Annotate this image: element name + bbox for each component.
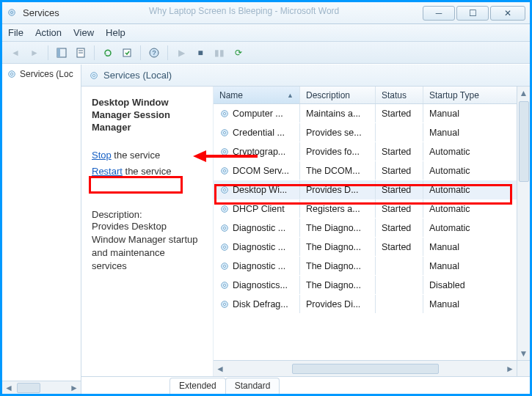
menu-help[interactable]: Help [106,27,125,38]
description-text: Provides Desktop Window Manager startup … [92,220,203,274]
gear-icon [7,69,17,79]
maximize-button[interactable]: ☐ [456,6,489,21]
title-bar: Services Why Laptop Screen Is Bleeping -… [2,2,530,24]
scroll-thumb[interactable] [292,364,439,374]
svg-point-33 [223,284,225,286]
tree-root-label: Services (Loc [20,69,73,79]
tab-standard[interactable]: Standard [225,378,280,394]
cell-status [376,123,423,142]
list-vertical-scrollbar[interactable]: ▲ ▼ [517,87,530,360]
sort-asc-icon: ▲ [287,92,294,99]
show-hide-tree-button[interactable] [53,44,70,62]
cell-description: Provides Di... [300,295,376,313]
gear-icon [219,109,230,119]
stop-suffix: the service [112,150,160,161]
service-row[interactable]: DCOM Serv...The DCOM...StartedAutomatic [214,161,530,180]
cell-status: Started [376,180,423,199]
column-status[interactable]: Status [376,87,423,103]
service-row[interactable]: Cryptograp...Provides fo...StartedAutoma… [214,142,530,161]
cell-description: The Diagno... [300,257,376,275]
cell-startup: Manual [423,104,530,122]
tree-horizontal-scrollbar[interactable]: ◄ ► [2,381,81,394]
menu-file[interactable]: File [8,27,23,38]
svg-point-15 [223,112,225,114]
svg-point-21 [223,169,225,172]
gear-icon [219,204,230,214]
column-description[interactable]: Description [300,87,376,103]
scroll-left-icon[interactable]: ◄ [214,361,227,376]
stop-service-button[interactable]: ■ [192,44,209,62]
service-details-pane: Desktop Window Manager Session Manager S… [81,87,214,376]
cell-name: DCOM Serv... [214,161,300,180]
toolbar-separator [167,45,168,60]
cell-startup: Disabled [423,276,530,294]
scroll-down-icon[interactable]: ▼ [517,347,530,360]
stop-service-line: Stop the service [92,147,203,164]
service-row[interactable]: Disk Defrag...Provides Di...Manual [214,295,530,314]
menu-action[interactable]: Action [35,27,62,38]
toolbar: ◄ ► ? ▶ ■ ▮▮ ⟳ [2,42,530,64]
column-startup-type[interactable]: Startup Type [423,87,530,103]
service-row[interactable]: Computer ...Maintains a...StartedManual [214,104,530,123]
cell-startup: Manual [423,295,530,313]
cell-startup: Manual [423,123,530,142]
services-panel-header: Services (Local) [81,65,530,87]
close-button[interactable]: ✕ [490,6,525,21]
gear-icon [219,223,230,233]
cell-status: Started [376,219,423,237]
scroll-right-icon[interactable]: ► [68,382,81,394]
cell-description: Provides se... [300,123,376,142]
cell-name: Cryptograp... [214,142,300,161]
cell-description: The Diagno... [300,276,376,294]
gear-icon [219,185,230,195]
pause-service-button[interactable]: ▮▮ [211,44,228,62]
scroll-thumb[interactable] [519,101,529,182]
cell-name: DHCP Client [214,199,300,218]
nav-forward-button[interactable]: ► [26,44,43,62]
tree-root-services[interactable]: Services (Loc [2,65,81,84]
cell-name: Disk Defrag... [214,295,300,313]
restart-suffix: the service [123,166,171,177]
tab-extended[interactable]: Extended [170,378,226,394]
gear-icon [89,70,99,81]
services-body: Desktop Window Manager Session Manager S… [81,87,530,376]
restart-service-link[interactable]: Restart [92,166,123,177]
list-horizontal-scrollbar[interactable]: ◄ ► [214,360,517,376]
export-list-button[interactable] [118,44,136,62]
svg-point-13 [92,74,95,76]
service-row[interactable]: Desktop Wi...Provides D...StartedAutomat… [214,180,530,199]
minimize-button[interactable]: ─ [423,6,455,21]
service-row[interactable]: Diagnostic ...The Diagno...StartedManual [214,238,530,257]
properties-button[interactable] [72,44,90,62]
service-row[interactable]: Credential ...Provides se...Manual [214,123,530,142]
stop-service-link[interactable]: Stop [92,150,112,161]
scroll-thumb[interactable] [17,383,40,393]
window-title: Services [23,7,59,18]
help-button[interactable]: ? [145,44,163,62]
service-row[interactable]: Diagnostic ...The Diagno...StartedAutoma… [214,219,530,238]
menu-view[interactable]: View [73,27,94,38]
svg-point-11 [10,73,12,75]
cell-startup: Manual [423,238,530,256]
restart-service-button[interactable]: ⟳ [230,44,247,62]
cell-name: Diagnostic ... [214,257,300,275]
cell-status: Started [376,104,423,122]
cell-startup: Manual [423,257,530,275]
cell-description: Provides fo... [300,142,376,161]
scrollbar-corner [517,360,530,376]
scroll-right-icon[interactable]: ► [503,361,517,376]
service-row[interactable]: DHCP ClientRegisters a...StartedAutomati… [214,199,530,219]
nav-back-button[interactable]: ◄ [7,44,24,62]
refresh-button[interactable] [99,44,117,62]
toolbar-separator [94,45,95,60]
service-row[interactable]: Diagnostic ...The Diagno...Manual [214,257,530,276]
scroll-left-icon[interactable]: ◄ [2,382,15,394]
cell-description: Registers a... [300,199,376,218]
service-list: Name▲ Description Status Startup Type Co… [214,87,530,376]
service-row[interactable]: Diagnostics...The Diagno...Disabled [214,276,530,295]
start-service-button[interactable]: ▶ [172,44,190,62]
toolbar-separator [48,45,48,60]
column-name[interactable]: Name▲ [214,87,300,103]
scroll-up-icon[interactable]: ▲ [517,87,530,100]
gear-icon [219,299,230,309]
